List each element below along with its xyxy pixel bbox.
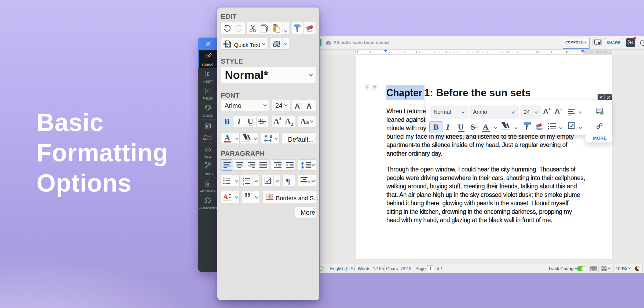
svg-text:Aa: Aa — [226, 42, 230, 46]
svg-text:A: A — [245, 133, 251, 141]
svg-text:A: A — [505, 122, 510, 130]
svg-text:1: 1 — [243, 177, 244, 180]
svg-text:A: A — [223, 193, 228, 201]
svg-text:3: 3 — [243, 182, 244, 185]
svg-text:2: 2 — [243, 180, 244, 182]
